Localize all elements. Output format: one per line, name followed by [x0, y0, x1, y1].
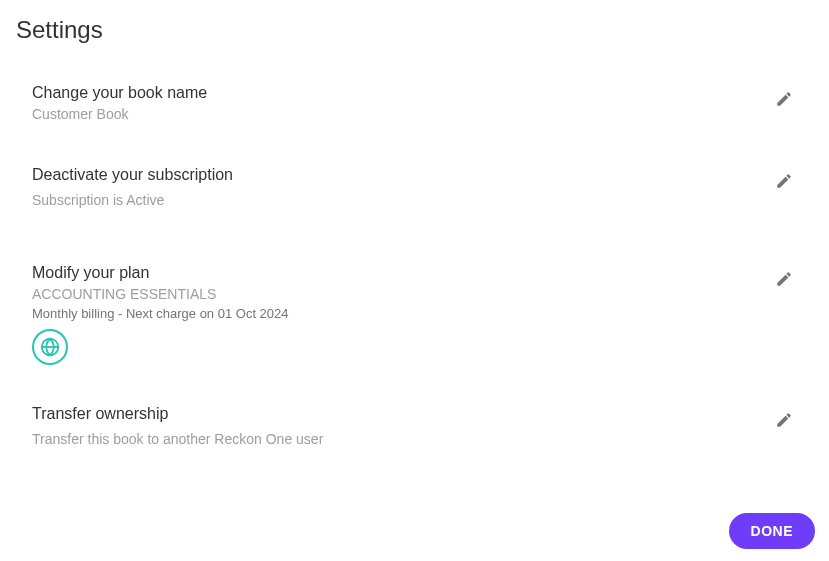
plan-title: Modify your plan — [32, 264, 775, 282]
setting-content: Deactivate your subscription Subscriptio… — [32, 166, 775, 212]
setting-book-name: Change your book name Customer Book — [32, 84, 813, 126]
plan-name: ACCOUNTING ESSENTIALS — [32, 286, 775, 302]
subscription-status: Subscription is Active — [32, 192, 775, 208]
setting-plan: Modify your plan ACCOUNTING ESSENTIALS M… — [32, 264, 813, 365]
globe-icon — [32, 329, 68, 365]
done-button[interactable]: DONE — [729, 513, 815, 549]
setting-content: Change your book name Customer Book — [32, 84, 775, 126]
setting-subscription: Deactivate your subscription Subscriptio… — [32, 166, 813, 212]
edit-subscription-icon[interactable] — [775, 172, 793, 190]
edit-transfer-icon[interactable] — [775, 411, 793, 429]
transfer-description: Transfer this book to another Reckon One… — [32, 431, 775, 447]
edit-plan-icon[interactable] — [775, 270, 793, 288]
setting-content: Modify your plan ACCOUNTING ESSENTIALS M… — [32, 264, 775, 365]
setting-content: Transfer ownership Transfer this book to… — [32, 405, 775, 451]
subscription-title: Deactivate your subscription — [32, 166, 775, 184]
book-name-value: Customer Book — [32, 106, 775, 122]
transfer-title: Transfer ownership — [32, 405, 775, 423]
page-title: Settings — [16, 16, 813, 44]
edit-book-name-icon[interactable] — [775, 90, 793, 108]
plan-billing: Monthly billing - Next charge on 01 Oct … — [32, 306, 775, 321]
settings-list: Change your book name Customer Book Deac… — [16, 84, 813, 451]
setting-transfer: Transfer ownership Transfer this book to… — [32, 405, 813, 451]
book-name-title: Change your book name — [32, 84, 775, 102]
